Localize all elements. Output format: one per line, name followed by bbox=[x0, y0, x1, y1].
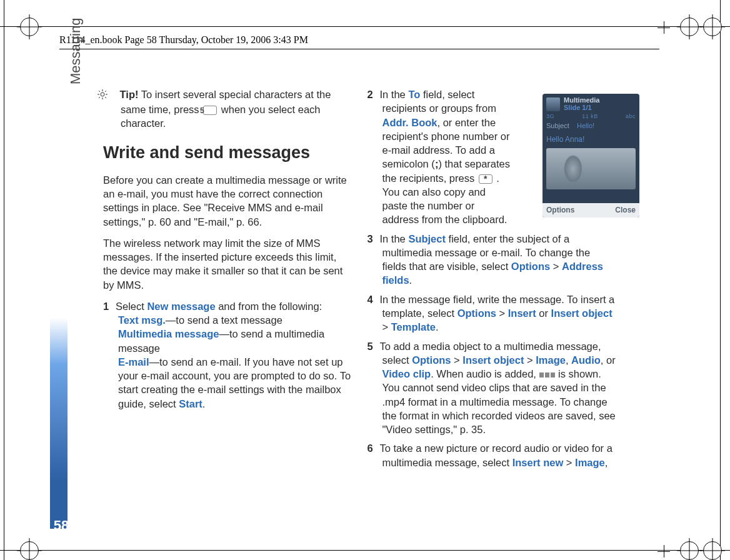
key-star-icon: * bbox=[479, 174, 492, 184]
page-content: Tip! To insert several special character… bbox=[103, 88, 616, 474]
ui-template: Template bbox=[391, 321, 436, 332]
step-5-d: , bbox=[566, 354, 571, 366]
section-heading: Write and send messages bbox=[103, 141, 352, 164]
registration-circle-icon bbox=[703, 541, 722, 560]
step-5-e: , or bbox=[601, 354, 616, 366]
step-5-num: 5 bbox=[368, 339, 380, 353]
step-2-a: In the bbox=[380, 89, 409, 100]
ui-to-field: To bbox=[408, 89, 420, 100]
step-1-opt-mms: Multimedia message—to send a multimedia … bbox=[118, 327, 352, 355]
header-rule bbox=[59, 49, 659, 49]
svg-point-0 bbox=[101, 92, 104, 96]
step-1-num: 1 bbox=[103, 299, 116, 313]
crop-rule-top bbox=[0, 26, 730, 27]
ui-options: Options bbox=[511, 261, 550, 272]
crop-rule-right bbox=[720, 0, 721, 560]
step-4-num: 4 bbox=[368, 292, 380, 306]
running-header: R1114_en.book Page 58 Thursday, October … bbox=[59, 34, 308, 46]
ui-new-message: New message bbox=[147, 301, 215, 312]
ui-options-5: Options bbox=[412, 354, 451, 366]
key-5-icon: 5 bbox=[203, 106, 217, 115]
step-5-b: > bbox=[451, 354, 463, 366]
ui-image-6: Image bbox=[575, 457, 605, 468]
step-2: 2In the To field, select recipients or g… bbox=[368, 88, 616, 227]
tip-icon bbox=[104, 89, 117, 102]
step-4: 4In the message field, write the message… bbox=[368, 292, 616, 334]
ui-options-4: Options bbox=[458, 308, 496, 319]
step-2-num: 2 bbox=[368, 88, 380, 101]
cross-mark-icon bbox=[658, 21, 670, 34]
ui-addr-book: Addr. Book bbox=[382, 117, 438, 128]
registration-circle-icon bbox=[680, 18, 699, 36]
svg-line-7 bbox=[105, 91, 106, 92]
tip-label: Tip! bbox=[120, 89, 139, 100]
ui-audio: Audio bbox=[571, 354, 601, 366]
step-3-num: 3 bbox=[368, 232, 380, 246]
step-1-opt-email: E-mail—to send an e-mail. If you have no… bbox=[118, 355, 352, 411]
phone-input-mode: abc bbox=[626, 113, 636, 119]
step-5-f: . When audio is added, bbox=[431, 368, 539, 379]
step-6-b: > bbox=[563, 457, 575, 468]
step-1: 1Select New message and from the followi… bbox=[103, 299, 352, 411]
ui-start: Start bbox=[179, 398, 202, 409]
step-1-opt-text: Text msg.—to send a text message bbox=[118, 313, 352, 327]
step-1-text-a: Select bbox=[116, 301, 147, 312]
ui-insert-object-5: Insert object bbox=[462, 354, 524, 366]
step-5: 5To add a media object to a multimedia m… bbox=[368, 339, 616, 437]
section-label: Messaging bbox=[68, 18, 84, 84]
registration-circle-icon bbox=[703, 18, 722, 36]
side-gradient-bar bbox=[50, 60, 68, 529]
ui-insert: Insert bbox=[508, 308, 536, 319]
step-4-e: . bbox=[436, 321, 439, 332]
ui-image-5: Image bbox=[536, 354, 566, 366]
crop-rule-bottom bbox=[0, 550, 730, 551]
step-3: 3In the Subject field, enter the subject… bbox=[368, 232, 616, 288]
page-number: 58 bbox=[49, 518, 74, 534]
step-5-c: > bbox=[524, 354, 536, 366]
ui-video-clip: Video clip bbox=[382, 368, 431, 379]
step-5-h: You cannot send video clips that are sav… bbox=[382, 381, 616, 436]
cross-mark-icon bbox=[658, 545, 670, 558]
registration-circle-icon bbox=[20, 18, 39, 36]
phone-right-softkey: Close bbox=[615, 206, 636, 214]
step-5-g: is shown. bbox=[556, 368, 601, 379]
ui-text-msg: Text msg. bbox=[118, 314, 166, 326]
intro-para-2: The wireless network may limit the size … bbox=[103, 236, 352, 292]
audio-indicator-icon bbox=[539, 371, 556, 379]
ui-multimedia-message: Multimedia message bbox=[118, 328, 219, 339]
step-4-b: > bbox=[496, 308, 508, 319]
step-3-d: . bbox=[409, 274, 412, 286]
ui-insert-object: Insert object bbox=[551, 308, 612, 319]
crop-rule-left bbox=[4, 0, 4, 560]
registration-circle-icon bbox=[20, 541, 39, 560]
intro-para-1: Before you can create a multimedia messa… bbox=[103, 173, 352, 229]
step-1-text-desc: —to send a text message bbox=[166, 314, 282, 326]
svg-line-6 bbox=[105, 97, 106, 98]
step-3-a: In the bbox=[380, 233, 409, 244]
step-6-num: 6 bbox=[368, 441, 380, 455]
svg-line-5 bbox=[99, 91, 100, 92]
svg-line-8 bbox=[99, 97, 100, 98]
tip-paragraph: Tip! To insert several special character… bbox=[103, 88, 352, 130]
ui-subject-field: Subject bbox=[408, 233, 446, 244]
ui-email: E-mail bbox=[118, 356, 149, 368]
step-3-c: > bbox=[550, 261, 562, 272]
registration-circle-icon bbox=[680, 541, 699, 560]
step-4-d: > bbox=[382, 321, 391, 332]
ui-insert-new: Insert new bbox=[512, 457, 564, 468]
step-6: 6To take a new picture or record audio o… bbox=[368, 441, 616, 469]
step-1-text-b: and from the following: bbox=[216, 301, 322, 312]
step-1-email-desc: —to send an e-mail. If you have not set … bbox=[118, 356, 351, 409]
step-6-c: , bbox=[605, 457, 608, 468]
step-4-c: or bbox=[536, 308, 551, 319]
